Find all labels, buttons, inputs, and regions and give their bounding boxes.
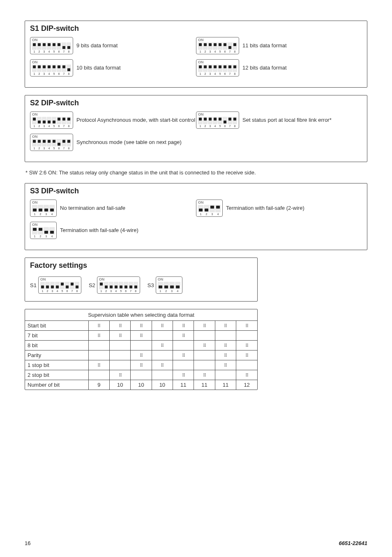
- table-cell: ⠿: [215, 321, 236, 331]
- s3-entry-4wire: ON1234 Termination with fail-safe (4-wir…: [30, 222, 196, 239]
- dip-switch-4: ON1234: [30, 222, 57, 239]
- s3-label: Termination with fail-safe (4-wire): [60, 227, 138, 234]
- table-cell: [173, 360, 194, 370]
- s3-dip-switch-section: S3 DIP-switch ON1234 No termination and …: [25, 183, 367, 250]
- dip-switch-4: ON1234: [196, 200, 223, 217]
- table-cell: [109, 360, 130, 370]
- dip-switch-8: ON12345678: [30, 134, 73, 151]
- s1-entry-9bits: ON12345678 9 bits data format: [30, 37, 196, 54]
- s2-label: Synchronous mode (see table on next page…: [76, 139, 182, 146]
- table-cell: ⠿: [215, 350, 236, 360]
- s1-label: 9 bits data format: [76, 42, 118, 49]
- s1-label: 10 bits data format: [76, 64, 121, 72]
- dip-switch-8: ON12345678: [38, 276, 81, 294]
- table-cell: [236, 360, 257, 370]
- table-cell: ⠿: [88, 360, 109, 370]
- row-header: 7 bit: [25, 331, 88, 341]
- table-cell: ⠿: [215, 341, 236, 350]
- table-cell: ⠿: [152, 360, 173, 370]
- supervision-table: Start bit⠿⠿⠿⠿⠿⠿⠿⠿7 bit⠿⠿⠿⠿8 bit⠿⠿⠿⠿Parit…: [25, 321, 257, 390]
- row-header: 8 bit: [25, 341, 88, 350]
- table-row: Number of bit910101011111112: [25, 380, 257, 390]
- table-cell: ⠿: [131, 321, 152, 331]
- table-cell: [152, 331, 173, 341]
- s2-entry-status: ON12345678 Set status port at local fibr…: [196, 111, 362, 129]
- table-cell: ⠿: [194, 341, 215, 350]
- s2-entry-sync: ON12345678 Synchronous mode (see table o…: [30, 134, 196, 151]
- table-cell: [152, 350, 173, 360]
- table-cell: ⠿: [88, 321, 109, 331]
- dip-switch-8: ON12345678: [196, 111, 239, 129]
- table-row: Start bit⠿⠿⠿⠿⠿⠿⠿⠿: [25, 321, 257, 331]
- s1-label: 11 bits data format: [242, 42, 287, 49]
- s1-label: 12 bits data format: [242, 64, 287, 72]
- table-cell: ⠿: [236, 321, 257, 331]
- document-number: 6651-22641: [339, 540, 367, 546]
- supervision-title: Supervision table when selecting data fo…: [25, 309, 257, 321]
- s3-entry-noterm: ON1234 No termination and fail-safe: [30, 200, 196, 217]
- s2-title: S2 DIP-switch: [30, 99, 362, 107]
- row-header: Start bit: [25, 321, 88, 331]
- table-cell: ⠿: [215, 360, 236, 370]
- s2-dip-switch-section: S2 DIP-switch ON12345678 Protocol Asynch…: [25, 95, 367, 162]
- factory-title: Factory settings: [30, 261, 252, 270]
- s1-dip-switch-section: S1 DIP-switch ON12345678 9 bits data for…: [25, 21, 367, 88]
- footnote: * SW 2:6 ON: The status relay only chang…: [25, 169, 367, 176]
- table-cell: 10: [109, 380, 130, 390]
- table-cell: [194, 350, 215, 360]
- table-cell: ⠿: [173, 370, 194, 380]
- page-footer: 16 6651-22641: [25, 540, 367, 546]
- table-cell: [194, 360, 215, 370]
- table-cell: ⠿: [173, 321, 194, 331]
- table-cell: [152, 370, 173, 380]
- table-cell: ⠿: [194, 321, 215, 331]
- table-cell: ⠿: [236, 370, 257, 380]
- row-header: 1 stop bit: [25, 360, 88, 370]
- table-row: Parity⠿⠿⠿⠿: [25, 350, 257, 360]
- table-cell: ⠿: [236, 341, 257, 350]
- factory-s2-label: S2: [89, 282, 95, 288]
- dip-switch-8: ON12345678: [30, 111, 73, 129]
- table-cell: ⠿: [194, 370, 215, 380]
- dip-switch-8: ON12345678: [196, 37, 239, 54]
- table-cell: [88, 341, 109, 350]
- table-cell: 9: [88, 380, 109, 390]
- s1-entry-11bits: ON12345678 11 bits data format: [196, 37, 362, 54]
- table-cell: [131, 370, 152, 380]
- table-cell: [236, 331, 257, 341]
- table-cell: 10: [152, 380, 173, 390]
- s2-entry-async: ON12345678 Protocol Asynchronous mode, w…: [30, 111, 196, 129]
- dip-switch-4: ON1234: [30, 200, 57, 217]
- table-row: 7 bit⠿⠿⠿⠿: [25, 331, 257, 341]
- table-cell: 11: [173, 380, 194, 390]
- s3-label: Termination with fail-safe (2-wire): [226, 204, 304, 212]
- s1-entry-10bits: ON12345678 10 bits data format: [30, 59, 196, 77]
- table-cell: ⠿: [236, 350, 257, 360]
- table-cell: [194, 331, 215, 341]
- s3-title: S3 DIP-switch: [30, 187, 362, 195]
- table-cell: 10: [131, 380, 152, 390]
- table-cell: ⠿: [109, 331, 130, 341]
- table-cell: [131, 341, 152, 350]
- table-cell: ⠿: [131, 331, 152, 341]
- factory-s2: S2 ON12345678: [89, 276, 140, 294]
- dip-switch-4: ON1234: [156, 276, 182, 294]
- s2-label: Set status port at local fibre link erro…: [242, 116, 332, 124]
- s2-label: Protocol Asynchronous mode, with start-b…: [76, 116, 195, 124]
- s3-entry-2wire: ON1234 Termination with fail-safe (2-wir…: [196, 200, 362, 217]
- row-header: Parity: [25, 350, 88, 360]
- dip-switch-8: ON12345678: [30, 59, 73, 77]
- table-cell: [109, 350, 130, 360]
- table-cell: [173, 341, 194, 350]
- table-cell: [109, 341, 130, 350]
- table-cell: [215, 331, 236, 341]
- table-cell: ⠿: [152, 341, 173, 350]
- factory-s1: S1 ON12345678: [30, 276, 81, 294]
- factory-s3: S3 ON1234: [148, 276, 182, 294]
- table-cell: ⠿: [131, 360, 152, 370]
- row-header: Number of bit: [25, 380, 88, 390]
- table-row: 1 stop bit⠿⠿⠿⠿: [25, 360, 257, 370]
- supervision-table-section: Supervision table when selecting data fo…: [25, 309, 258, 390]
- page-number: 16: [25, 540, 30, 546]
- table-cell: [88, 370, 109, 380]
